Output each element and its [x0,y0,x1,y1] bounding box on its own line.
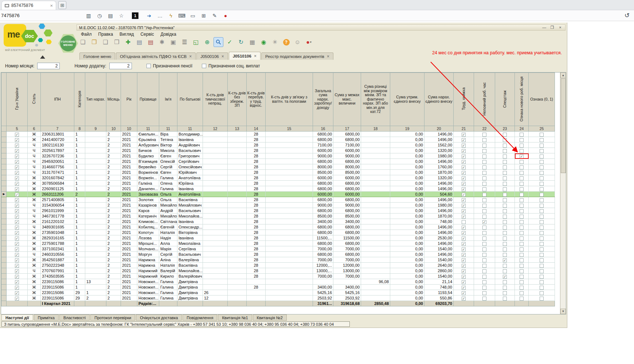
cell-d13[interactable] [228,235,247,241]
minimize-button[interactable]: — [541,25,547,30]
cell-c22[interactable] [474,137,495,142]
cell-name[interactable]: Галина [159,279,177,285]
cell-d14[interactable]: 28 [247,219,266,224]
cell-patron[interactable]: Іванівна [177,137,203,142]
cell-s17[interactable]: 8500,00 [333,214,361,219]
col-header-c25[interactable]: Ознака (0, 1) [529,73,555,126]
cell-d13[interactable] [228,132,247,137]
cell-s19[interactable]: 0,00 [390,164,424,170]
cell-c25[interactable] [529,285,555,290]
row-selector[interactable] [1,241,7,246]
cell-s19[interactable]: 0,00 [390,263,424,268]
cell-citizen[interactable]: ✓ [7,203,28,208]
cell-d15[interactable] [266,235,313,241]
cell-ipn[interactable]: 3146607756 [41,164,74,170]
cell-s18[interactable] [361,246,390,252]
cell-patron[interactable]: Анатоліївна [177,192,203,197]
cell-surname[interactable]: Албурович [137,142,159,148]
cell-c22[interactable] [474,290,495,295]
cell-citizen[interactable]: ✓ [7,219,28,224]
cell-citizen[interactable]: ✓ [7,192,28,197]
cell-patron[interactable]: Юрійович [177,170,203,175]
cell-d14[interactable]: 28 [247,203,266,208]
cell-surname[interactable]: Будилко [137,153,159,159]
cell-year[interactable]: 2021 [121,274,137,279]
cell-cat[interactable]: 1 [74,186,85,192]
cell-type[interactable] [85,170,106,175]
cell-s17[interactable]: 5425,16 [333,290,361,295]
cell-patron[interactable]: Володимир... [177,132,203,137]
sign-icon[interactable]: ▦ [247,37,257,47]
record-menu-icon[interactable]: ●▾ [304,37,314,47]
cell-c21[interactable]: ✓ [454,235,474,241]
cell-sex[interactable]: Ж [28,246,41,252]
search-icon[interactable] [214,37,223,47]
cell-patron[interactable]: Олексійович [177,164,203,170]
cell-c22[interactable] [474,274,495,279]
cell-s17[interactable]: 9000,00 [333,153,361,159]
bottom-tab[interactable]: Квитанція №2 [253,314,287,321]
cell-name[interactable]: Олексій [159,159,177,164]
cell-d15[interactable] [266,252,313,257]
cell-year[interactable]: 2021 [121,252,137,257]
cell-d15[interactable] [266,175,313,181]
cell-surname[interactable]: Лозова [137,235,159,241]
cell-c21[interactable]: ✓ [454,274,474,279]
print-icon[interactable]: ☰ [180,37,189,47]
cell-c25[interactable] [529,235,555,241]
col-header-cat[interactable]: Категорія [74,73,85,126]
file-transfer-icon[interactable]: ➔ [145,12,153,20]
cell-c21[interactable]: ✓ [454,164,474,170]
cell-name[interactable]: Тетяна [159,137,177,142]
row-selector[interactable] [1,285,7,290]
cell-c24[interactable] [515,203,529,208]
table-row[interactable]: ✓Ж2260901125122021Данилен...ГалинаІванів… [1,186,555,192]
cell-s20[interactable]: 2640,00 [424,263,454,268]
cell-d14[interactable]: 28 [247,148,266,153]
cell-patron[interactable]: Василівна [177,197,203,203]
cell-cat[interactable]: 1 [74,246,85,252]
cell-d13[interactable] [228,214,247,219]
cell-s18[interactable] [361,197,390,203]
cell-s16[interactable]: 8500,00 [313,214,333,219]
cell-month[interactable]: 2 [106,290,121,295]
cell-month[interactable]: 2 [106,279,121,285]
cell-c22[interactable] [474,214,495,219]
cell-s20[interactable]: 1496,00 [424,197,454,203]
cell-surname[interactable]: Новожил... [137,285,159,290]
cell-d14[interactable]: 28 [247,164,266,170]
cell-s18[interactable] [361,142,390,148]
cell-name[interactable]: Надія [159,235,177,241]
cell-d12[interactable] [203,148,228,153]
cell-ipn[interactable]: 3489301695 [41,224,74,230]
cell-month[interactable]: 2 [106,263,121,268]
cell-d12[interactable] [203,197,228,203]
cell-month[interactable]: 2 [106,235,121,241]
cell-c21[interactable]: ✓ [454,153,474,159]
cell-d12[interactable] [203,153,228,159]
cell-s19[interactable]: 0,00 [390,295,424,301]
cell-citizen[interactable]: ✓ [7,274,28,279]
cell-surname[interactable]: Вервейко [137,164,159,170]
cell-c25[interactable] [529,197,555,203]
cell-surname[interactable]: Ємельян... [137,132,159,137]
cell-surname[interactable]: Нарижна [137,263,159,268]
cell-d15[interactable] [266,132,313,137]
cell-type[interactable] [85,159,106,164]
row-selector[interactable] [1,214,7,219]
cell-year[interactable]: 2021 [121,241,137,246]
cell-c22[interactable] [474,235,495,241]
cell-s17[interactable]: 6800,00 [333,186,361,192]
cell-month[interactable]: 2 [106,192,121,197]
cell-c24[interactable] [515,246,529,252]
cell-month[interactable]: 2 [106,208,121,214]
cell-surname[interactable]: Молчано... [137,246,159,252]
cell-cat[interactable]: 1 [74,279,85,285]
cell-ipn[interactable]: 3078506584 [41,181,74,186]
row-selector[interactable] [1,274,7,279]
cell-d13[interactable] [228,192,247,197]
cell-name[interactable]: Віктор [159,142,177,148]
cell-s16[interactable]: 6800,00 [313,208,333,214]
cell-sex[interactable]: Ж [28,137,41,142]
cell-c22[interactable] [474,170,495,175]
